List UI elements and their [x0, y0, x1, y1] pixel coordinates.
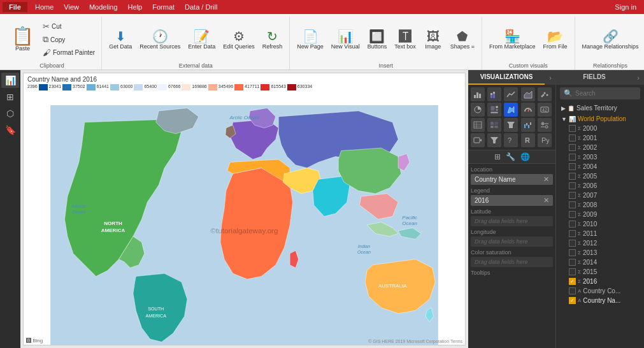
- field-item-2007[interactable]: Σ 2007: [559, 191, 641, 200]
- format-painter-button[interactable]: 🖌 Format Painter: [40, 47, 97, 59]
- field-2002-checkbox[interactable]: [569, 144, 576, 151]
- viz-filter-icon[interactable]: [487, 133, 501, 147]
- field-item-2006[interactable]: Σ 2006: [559, 181, 641, 191]
- image-button[interactable]: 🖼 Image: [420, 28, 446, 52]
- field-icon-3[interactable]: 🌐: [520, 152, 530, 161]
- viz-area-icon[interactable]: [521, 87, 535, 101]
- legend-chip[interactable]: 2016 ✕: [471, 195, 553, 206]
- cut-button[interactable]: ✂ Cut: [40, 20, 97, 33]
- copy-button[interactable]: ⧉ Copy: [40, 33, 97, 46]
- viz-card-icon[interactable]: 42: [538, 103, 552, 117]
- field-item-country-na[interactable]: ✓ A Country Na...: [559, 296, 641, 305]
- viz-scatter-icon[interactable]: [538, 87, 552, 101]
- field-2008-checkbox[interactable]: [569, 201, 576, 208]
- field-item-country-co[interactable]: A Country Co...: [559, 286, 641, 296]
- field-2011-checkbox[interactable]: [569, 230, 576, 237]
- field-2007-checkbox[interactable]: [569, 192, 576, 199]
- field-item-2000[interactable]: Σ 2000: [559, 124, 641, 133]
- bookmarks-icon[interactable]: 🔖: [1, 122, 19, 138]
- recent-sources-button[interactable]: 🕐 Recent Sources: [136, 28, 183, 52]
- field-2012-checkbox[interactable]: [569, 240, 576, 247]
- report-view-icon[interactable]: 📊: [1, 73, 19, 88]
- field-item-2013[interactable]: Σ 2013: [559, 248, 641, 257]
- field-item-2010[interactable]: Σ 2010: [559, 219, 641, 229]
- field-item-2015[interactable]: Σ 2015: [559, 267, 641, 277]
- viz-r-icon[interactable]: R: [521, 133, 535, 147]
- world-population-header[interactable]: ▼ 📊 World Population: [559, 114, 641, 124]
- home-menu[interactable]: Home: [30, 2, 59, 12]
- field-2003-checkbox[interactable]: [569, 154, 576, 161]
- field-item-2016[interactable]: ✓ Σ 2016: [559, 277, 641, 286]
- format-menu[interactable]: Format: [147, 2, 180, 12]
- refresh-button[interactable]: ↻ Refresh: [259, 28, 286, 52]
- field-item-2002[interactable]: Σ 2002: [559, 143, 641, 152]
- file-menu[interactable]: File: [3, 2, 27, 12]
- field-item-2009[interactable]: Σ 2009: [559, 210, 641, 219]
- field-2001-checkbox[interactable]: [569, 134, 576, 141]
- location-remove-btn[interactable]: ✕: [543, 175, 549, 184]
- viz-matrix-icon[interactable]: [487, 118, 501, 132]
- manage-relationships-button[interactable]: 🔗 Manage Relationships: [579, 28, 642, 52]
- field-2004-checkbox[interactable]: [569, 163, 576, 170]
- buttons-button[interactable]: 🔲 Buttons: [364, 28, 390, 52]
- field-2000-checkbox[interactable]: [569, 125, 576, 132]
- field-2014-checkbox[interactable]: [569, 259, 576, 266]
- new-page-button[interactable]: 📄 New Page: [294, 28, 327, 52]
- get-data-button[interactable]: ⬇ Get Data: [106, 28, 135, 52]
- modeling-menu[interactable]: Modeling: [84, 2, 123, 12]
- viz-stacked-bar-icon[interactable]: [487, 87, 501, 101]
- viz-table-icon[interactable]: [471, 118, 485, 132]
- visualizations-tab[interactable]: VISUALIZATIONS: [468, 70, 545, 85]
- field-item-2001[interactable]: Σ 2001: [559, 133, 641, 143]
- viz-map-icon[interactable]: [504, 103, 518, 117]
- color-saturation-drop-zone[interactable]: Drag data fields here: [471, 257, 553, 267]
- field-icon-2[interactable]: 🔧: [506, 152, 515, 161]
- field-2016-checkbox[interactable]: ✓: [569, 278, 576, 285]
- viz-funnel-icon[interactable]: [504, 118, 518, 132]
- sign-in[interactable]: Sign in: [610, 2, 641, 12]
- viz-waterfall-icon[interactable]: [521, 118, 535, 132]
- location-chip[interactable]: Country Name ✕: [471, 174, 553, 185]
- longitude-drop-zone[interactable]: Drag data fields here: [471, 236, 553, 247]
- field-2010-checkbox[interactable]: [569, 221, 576, 228]
- map-container[interactable]: ©tutorialgateway.org Atlantic Ocean Paci…: [24, 105, 465, 345]
- viz-bar-icon[interactable]: [471, 87, 485, 101]
- field-item-2005[interactable]: Σ 2005: [559, 171, 641, 181]
- field-item-2012[interactable]: Σ 2012: [559, 238, 641, 248]
- field-item-2011[interactable]: Σ 2011: [559, 229, 641, 238]
- viz-gauge-icon[interactable]: [521, 103, 535, 117]
- visualizations-expand-btn[interactable]: ›: [545, 70, 556, 85]
- field-item-2008[interactable]: Σ 2008: [559, 200, 641, 210]
- viz-slicer-icon[interactable]: [538, 118, 552, 132]
- viz-qna-icon[interactable]: ?: [504, 133, 518, 147]
- field-country-co-checkbox[interactable]: [569, 287, 576, 294]
- viz-pie-icon[interactable]: [471, 103, 485, 117]
- field-2009-checkbox[interactable]: [569, 211, 576, 218]
- viz-video-icon[interactable]: [471, 133, 485, 147]
- field-item-2003[interactable]: Σ 2003: [559, 152, 641, 162]
- shapes-button[interactable]: ⬟ Shapes =: [447, 28, 478, 52]
- help-menu[interactable]: Help: [123, 2, 148, 12]
- legend-remove-btn[interactable]: ✕: [543, 196, 549, 205]
- enter-data-button[interactable]: 📝 Enter Data: [185, 28, 218, 52]
- search-input[interactable]: [575, 90, 636, 97]
- viz-line-icon[interactable]: [504, 87, 518, 101]
- text-box-button[interactable]: 🆃 Text box: [391, 28, 419, 52]
- view-menu[interactable]: View: [59, 2, 84, 12]
- data-drill-menu[interactable]: Data / Drill: [180, 2, 222, 12]
- field-2015-checkbox[interactable]: [569, 268, 576, 275]
- new-visual-button[interactable]: 📊 New Visual: [328, 28, 363, 52]
- edit-queries-button[interactable]: ⚙ Edit Queries: [220, 28, 258, 52]
- model-view-icon[interactable]: ⬡: [1, 106, 19, 121]
- paste-button[interactable]: 📋 Paste: [6, 25, 39, 54]
- fields-tab[interactable]: FIELDS: [556, 70, 633, 85]
- from-file-button[interactable]: 📂 From File: [540, 28, 571, 52]
- field-item-2014[interactable]: Σ 2014: [559, 257, 641, 267]
- viz-python-icon[interactable]: Py: [538, 133, 552, 147]
- field-2013-checkbox[interactable]: [569, 249, 576, 256]
- field-item-2004[interactable]: Σ 2004: [559, 162, 641, 171]
- field-2006-checkbox[interactable]: [569, 182, 576, 189]
- field-2005-checkbox[interactable]: [569, 173, 576, 180]
- canvas-content[interactable]: Country Name and 2016 2396 23041 37502 6…: [23, 73, 466, 345]
- field-icon-1[interactable]: ⊞: [494, 152, 501, 161]
